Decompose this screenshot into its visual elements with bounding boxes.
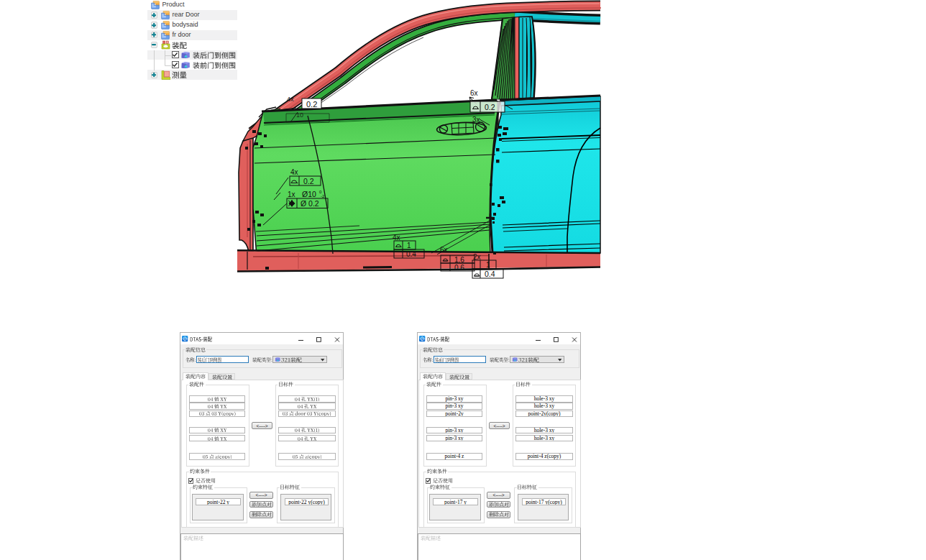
svg-text:2x: 2x xyxy=(473,253,481,261)
svg-text:-2: -2 xyxy=(321,194,325,198)
svg-text:Ø 0.2: Ø 0.2 xyxy=(301,199,319,208)
svg-text:4x: 4x xyxy=(290,168,298,176)
svg-text:4x: 4x xyxy=(393,234,400,242)
svg-text:0.4: 0.4 xyxy=(485,270,495,278)
svg-text:0.2: 0.2 xyxy=(306,100,317,109)
svg-text:0.2: 0.2 xyxy=(303,177,314,185)
svg-text:1: 1 xyxy=(407,242,411,249)
svg-text:4x: 4x xyxy=(287,96,294,103)
svg-text:1: 1 xyxy=(486,261,490,269)
svg-text:6x: 6x xyxy=(470,89,478,97)
svg-text:1x: 1x xyxy=(288,191,295,198)
svg-text:3x: 3x xyxy=(472,116,480,124)
svg-text:6x: 6x xyxy=(440,246,448,254)
svg-text:0.2: 0.2 xyxy=(485,103,495,111)
svg-text:0.4: 0.4 xyxy=(406,250,416,258)
svg-text:0.6: 0.6 xyxy=(454,264,464,272)
svg-text:1.6: 1.6 xyxy=(454,256,464,264)
svg-text:Ø10: Ø10 xyxy=(302,190,316,198)
